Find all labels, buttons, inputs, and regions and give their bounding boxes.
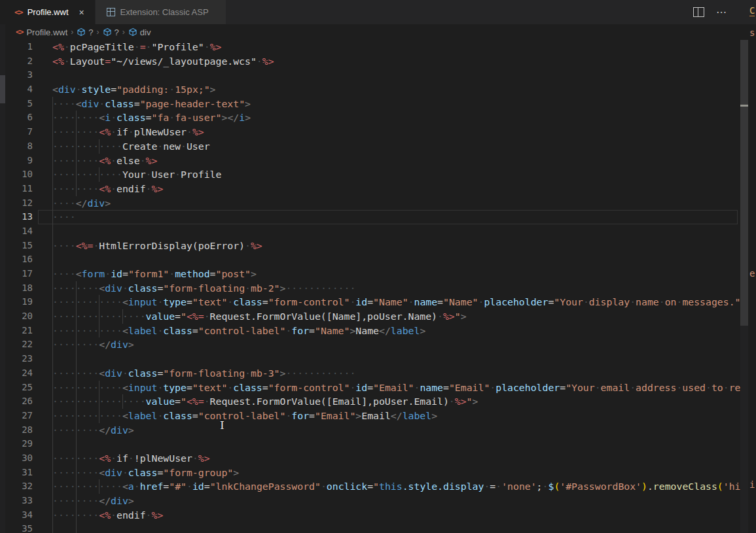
- code-line[interactable]: 25············<input·type="text"·class="…: [0, 381, 740, 395]
- editor-tab-bar: <> Profile.wwt × Extension: Classic ASP …: [0, 0, 756, 24]
- code-token: div: [111, 339, 128, 350]
- code-line[interactable]: 23: [0, 352, 740, 366]
- code-token: =: [175, 311, 181, 322]
- code-line[interactable]: 19············<input·type="text"·class="…: [0, 295, 740, 309]
- code-token: '#PasswordBox': [560, 481, 641, 492]
- editor-scrollbar[interactable]: [740, 40, 748, 533]
- code-token: ·Layout: [64, 56, 105, 67]
- code-token: ·endif·: [111, 509, 151, 521]
- code-line[interactable]: 3: [0, 68, 740, 82]
- code-line[interactable]: 28········</div>: [0, 423, 740, 438]
- code-token: a: [128, 481, 134, 492]
- code-line[interactable]: 7········<%·if·plNewUser·%>: [0, 125, 740, 139]
- breadcrumb-file[interactable]: <> Profile.wwt: [16, 27, 67, 37]
- indent-guide: [76, 295, 77, 309]
- code-token: <: [99, 112, 105, 123]
- indent-guide: [76, 466, 77, 480]
- code-line[interactable]: 27············<label·class="control-labe…: [0, 409, 740, 423]
- code-area[interactable]: 1<%·pcPageTitle·=·"Profile"·%>2<%·Layout…: [0, 40, 740, 533]
- code-line[interactable]: 34········<%·endif·%>: [0, 508, 740, 523]
- indent-guide: [76, 352, 77, 366]
- code-line[interactable]: 5····<div·class="page-header-text">: [0, 97, 740, 111]
- code-line[interactable]: 12····</div>: [0, 196, 740, 211]
- code-line[interactable]: 31········<div·class="form-group">: [0, 466, 740, 480]
- code-token: ·if·plNewUser·: [111, 126, 192, 137]
- close-icon[interactable]: ×: [75, 7, 88, 18]
- tab-profile-wwt[interactable]: <> Profile.wwt ×: [0, 0, 95, 24]
- breadcrumb-symbol-2[interactable]: ?: [103, 27, 119, 37]
- code-token: "Your·display·name·on·messages.": [554, 296, 740, 307]
- code-token: ": [455, 311, 461, 322]
- code-token: div: [82, 98, 99, 109]
- code-token: ·=·: [484, 481, 501, 492]
- indent-guide: [52, 239, 53, 253]
- code-token: %>: [210, 41, 222, 52]
- code-line[interactable]: 22········</div>: [0, 337, 740, 352]
- indent-guide: [76, 111, 77, 125]
- code-token: class: [163, 325, 192, 336]
- code-line[interactable]: 11········<%·endif·%>: [0, 182, 740, 196]
- code-line[interactable]: 13····: [0, 210, 740, 224]
- code-token: =: [548, 296, 554, 307]
- code-token: <: [76, 98, 82, 109]
- code-line[interactable]: 29: [0, 437, 740, 451]
- indent-guide: [52, 409, 53, 423]
- code-line[interactable]: 8············Create·new·User: [0, 139, 740, 154]
- breadcrumb-symbol-1[interactable]: ?: [77, 27, 93, 37]
- code-token: "Name": [443, 296, 478, 307]
- code-token: for: [291, 325, 309, 336]
- code-token: ;·: [537, 481, 549, 492]
- indent-guide: [76, 182, 77, 196]
- code-line[interactable]: 26················value="<%=·Request.For…: [0, 394, 740, 409]
- code-line[interactable]: 10············Your·User·Profile: [0, 167, 740, 182]
- code-token: type: [163, 382, 187, 393]
- scrollbar-thumb[interactable]: [740, 40, 748, 326]
- code-token: class: [233, 382, 262, 393]
- code-token: %>: [152, 509, 164, 521]
- code-token: "Your·email·address·used·to·re: [566, 382, 740, 393]
- left-panel-scrollbar-thumb[interactable]: [0, 75, 5, 103]
- code-line[interactable]: 15····<%=·HtmlErrorDisplay(poError)·%>: [0, 239, 740, 253]
- code-line[interactable]: 35: [0, 522, 740, 533]
- code-token: ·HtmlErrorDisplay(poError)·: [93, 240, 251, 251]
- code-line[interactable]: 6········<i·class="fa·fa-user"></i>: [0, 111, 740, 125]
- split-editor-icon[interactable]: [693, 7, 704, 17]
- code-line[interactable]: 2<%·Layout="~/views/_layoutpage.wcs"·%>: [0, 54, 740, 69]
- code-line[interactable]: 24········<div·class="form-floating·mb-3…: [0, 366, 740, 381]
- code-token: ·: [122, 368, 128, 379]
- code-token: %>: [443, 311, 455, 322]
- code-token: </: [391, 410, 403, 421]
- code-line[interactable]: 30········<%·if·!plNewUser·%>: [0, 451, 740, 466]
- code-line[interactable]: 9········<%·else·%>: [0, 154, 740, 168]
- code-line-content: ············Your·User·Profile: [52, 167, 740, 182]
- code-line[interactable]: 14: [0, 224, 740, 239]
- code-token: =: [157, 283, 163, 294]
- code-token: ): [641, 481, 647, 492]
- code-token: =: [122, 268, 128, 279]
- breadcrumb-symbol-div[interactable]: div: [128, 27, 151, 37]
- code-token: ·endif·: [111, 183, 151, 194]
- code-line[interactable]: 33········</div>: [0, 494, 740, 508]
- code-line[interactable]: 18········<div·class="form-floating·mb-2…: [0, 281, 740, 296]
- overview-ruler-cursor-marker: [740, 105, 748, 107]
- code-line[interactable]: 1<%·pcPageTitle·=·"Profile"·%>: [0, 40, 740, 54]
- code-line[interactable]: 20················value="<%=·Request.For…: [0, 309, 740, 324]
- indent-guide: [76, 337, 77, 352]
- code-line[interactable]: 17····<form·id="form1"·method="post">: [0, 267, 740, 281]
- code-token: "form-control": [268, 296, 350, 307]
- indent-guide: [76, 508, 77, 523]
- code-token: ": [373, 481, 379, 492]
- code-line[interactable]: 4<div·style="padding:·15px;">: [0, 82, 740, 97]
- code-line[interactable]: 16: [0, 252, 740, 267]
- code-token: %>: [152, 183, 164, 194]
- indent-guide: [76, 423, 77, 438]
- cutoff-glyph: C: [749, 5, 755, 16]
- indent-guide: [76, 324, 77, 338]
- more-actions-icon[interactable]: ⋯: [716, 9, 727, 16]
- code-line[interactable]: 21············<label·class="control-labe…: [0, 324, 740, 338]
- code-line[interactable]: 32············<a·href="#"·id="lnkChangeP…: [0, 479, 740, 494]
- tab-extension-classic-asp[interactable]: Extension: Classic ASP: [95, 0, 226, 24]
- indent-guide: [76, 479, 77, 494]
- code-token: input: [128, 296, 158, 307]
- code-token: >: [245, 112, 251, 123]
